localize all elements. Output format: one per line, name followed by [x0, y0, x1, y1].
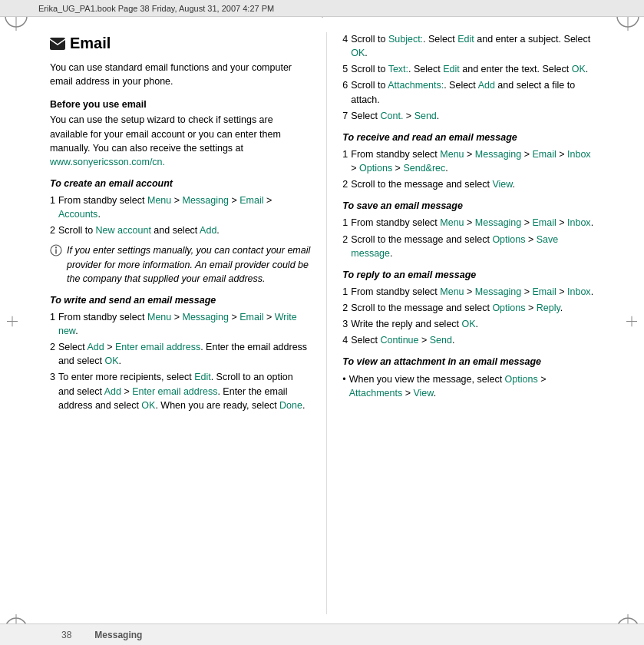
before-use-text: You can use the setup wizard to check if… [50, 113, 311, 169]
content-area: Email You can use standard email functio… [42, 17, 602, 622]
attachment-bullet-1: • When you view the message, select Opti… [342, 372, 594, 400]
receive-step-1: 1 From standby select Menu > Messaging >… [342, 147, 594, 175]
cont-step-5: 5 Scroll to Text:. Select Edit and enter… [342, 62, 594, 76]
create-account-list: 1 From standby select Menu > Messaging >… [50, 194, 311, 237]
footer-bar: 38 Messaging [0, 624, 644, 645]
page-number: 38 [61, 630, 71, 640]
write-step-1: 1 From standby select Menu > Messaging >… [50, 310, 311, 338]
create-step-2: 2 Scroll to New account and select Add. [50, 223, 311, 237]
tip-box: If you enter settings manually, you can … [50, 243, 311, 285]
edge-mark-left [7, 316, 18, 329]
reply-heading: To reply to an email message [342, 268, 594, 282]
write-send-list: 1 From standby select Menu > Messaging >… [50, 310, 311, 412]
write-step-3: 3 To enter more recipients, select Edit.… [50, 370, 311, 412]
reply-step-2: 2 Scroll to the message and select Optio… [342, 301, 594, 315]
header-bar: Erika_UG_PA1.book Page 38 Friday, August… [0, 0, 644, 17]
left-column: Email You can use standard email functio… [50, 32, 311, 614]
before-use-heading: Before you use email [50, 98, 311, 111]
email-icon [50, 38, 65, 50]
continued-steps-list: 4 Scroll to Subject:. Select Edit and en… [342, 32, 594, 123]
footer-label: Messaging [94, 630, 142, 640]
create-step-1: 1 From standby select Menu > Messaging >… [50, 194, 311, 221]
reply-step-3: 3 Write the reply and select OK. [342, 317, 594, 331]
receive-read-list: 1 From standby select Menu > Messaging >… [342, 147, 594, 191]
column-divider [326, 32, 327, 614]
header-text: Erika_UG_PA1.book Page 38 Friday, August… [38, 4, 274, 13]
cont-step-7: 7 Select Cont. > Send. [342, 109, 594, 123]
sonyericsson-link: www.sonyericsson.com/cn. [50, 157, 165, 167]
right-column: 4 Scroll to Subject:. Select Edit and en… [342, 32, 594, 614]
reply-list: 1 From standby select Menu > Messaging >… [342, 285, 594, 348]
reply-step-4: 4 Select Continue > Send. [342, 333, 594, 347]
receive-read-heading: To receive and read an email message [342, 131, 594, 144]
reply-step-1: 1 From standby select Menu > Messaging >… [342, 285, 594, 299]
view-attachment-list: • When you view the message, select Opti… [342, 372, 594, 400]
tip-text: If you enter settings manually, you can … [67, 243, 311, 285]
intro-text: You can use standard email functions and… [50, 61, 311, 88]
svg-rect-20 [50, 38, 65, 50]
save-list: 1 From standby select Menu > Messaging >… [342, 216, 594, 260]
save-step-2: 2 Scroll to the message and select Optio… [342, 233, 594, 260]
cont-step-6: 6 Scroll to Attachments:. Select Add and… [342, 78, 594, 106]
write-send-heading: To write and send an email message [50, 293, 311, 307]
email-header: Email [50, 32, 311, 55]
save-heading: To save an email message [342, 199, 594, 213]
edge-mark-right [626, 316, 637, 329]
svg-point-23 [55, 247, 57, 249]
page-title: Email [70, 32, 111, 55]
create-account-heading: To create an email account [50, 177, 311, 190]
receive-step-2: 2 Scroll to the message and select View. [342, 177, 594, 191]
save-step-1: 1 From standby select Menu > Messaging >… [342, 216, 594, 230]
tip-icon [50, 244, 62, 285]
view-attachment-heading: To view an attachment in an email messag… [342, 355, 594, 369]
write-step-2: 2 Select Add > Enter email address. Ente… [50, 340, 311, 368]
cont-step-4: 4 Scroll to Subject:. Select Edit and en… [342, 32, 594, 60]
